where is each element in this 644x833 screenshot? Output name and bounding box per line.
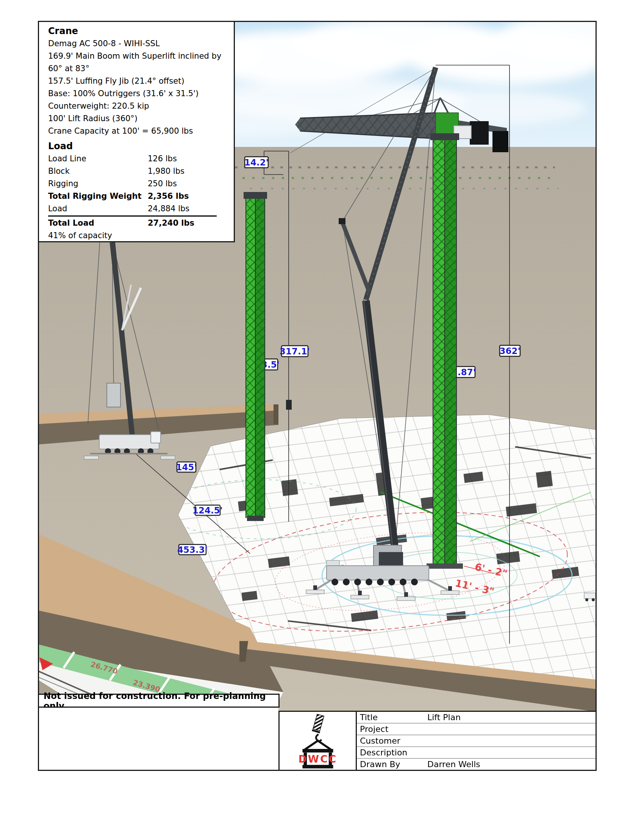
field-row-customer: Customer [357,735,596,747]
field-label: Drawn By [360,759,427,769]
load-row: Load 24,884 lbs [48,203,229,215]
field-row-title: Title Lift Plan [357,712,596,724]
crane-model: Demag AC 500-8 - WIHI-SSL [48,37,226,50]
load-row-value: 1,980 lbs [148,165,185,178]
load-row-label: Block [48,167,70,176]
logo-text: DWCC [298,753,337,764]
title-fields: Title Lift Plan Project Customer Descrip… [357,712,596,770]
logo-cell: DWCC [280,712,357,770]
svg-text:124.5': 124.5' [192,505,223,515]
load-row-value: 27,240 lbs [148,217,194,230]
crane-jib: 157.5' Luffing Fly Jib (21.4° offset) [48,75,226,87]
dwcc-logo: DWCC [294,713,342,769]
load-row-label: Total Rigging Weight [48,191,141,201]
dim-label-362: 362' [499,345,520,356]
dim-label-14-2: 14.2' [244,157,269,168]
field-label: Title [360,712,427,722]
tower-section-center [243,192,267,521]
load-row-label: Load Line [48,154,86,163]
load-row-total: Total Load 27,240 lbs [48,217,229,230]
load-row-label: Total Load [48,219,94,228]
disclaimer-bar: Not issued for construction. For pre-pla… [38,694,280,708]
field-row-description: Description [357,747,596,759]
crane-radius: 100' Lift Radius (360°) [48,113,226,125]
crane-info-box: Crane Demag AC 500-8 - WIHI-SSL 169.9' M… [38,21,235,242]
crane-heading: Crane [48,25,229,37]
capacity-note: 41% of capacity [48,230,226,242]
svg-text:145': 145' [176,462,196,472]
field-value: Darren Wells [427,759,480,769]
dim-label-317-1: 317.1' [280,346,310,357]
load-row-value: 126 lbs [148,153,177,165]
svg-text:453.3': 453.3' [177,545,208,555]
crane-boom: 169.9' Main Boom with Superlift inclined… [48,50,226,75]
title-block: DWCC Title Lift Plan Project Customer De… [279,711,596,770]
load-total-separator [48,215,217,217]
load-row-value: 250 lbs [148,178,177,190]
load-row-label: Load [48,204,67,213]
hook-block [286,400,292,410]
crane-counterweight: Counterweight: 220.5 kip [48,100,226,113]
crane-capacity: Crane Capacity at 100' = 65,900 lbs [48,125,226,137]
field-label: Project [360,724,427,734]
field-label: Customer [360,736,427,746]
blank-area [39,708,279,770]
hook-shank [313,714,324,731]
lift-plan-sheet: 6' - 2" 11' - 3" 26.770 23.390 [0,0,644,833]
load-row: Block 1,980 lbs [48,165,229,178]
svg-text:362': 362' [499,346,520,356]
load-row-label: Rigging [48,179,79,188]
dim-label-145: 145' [176,462,196,472]
field-label: Description [360,748,427,757]
svg-text:317.1': 317.1' [280,346,310,356]
field-row-project: Project [357,724,596,735]
spreader-lines [304,741,331,749]
dim-label-453-3: 453.3' [177,545,208,555]
dim-label-124-5: 124.5' [192,505,223,515]
load-heading: Load [48,140,229,153]
load-row-value: 2,356 lbs [148,190,188,203]
field-row-drawn-by: Drawn By Darren Wells [357,759,596,770]
load-row: Load Line 126 lbs [48,153,229,165]
svg-text:14.2': 14.2' [244,158,269,167]
crane-base: Base: 100% Outriggers (31.6' x 31.5') [48,87,226,100]
load-row-value: 24,884 lbs [148,203,189,215]
load-row: Rigging 250 lbs [48,178,229,190]
load-row-total-rigging: Total Rigging Weight 2,356 lbs [48,190,229,203]
field-value: Lift Plan [427,712,460,722]
